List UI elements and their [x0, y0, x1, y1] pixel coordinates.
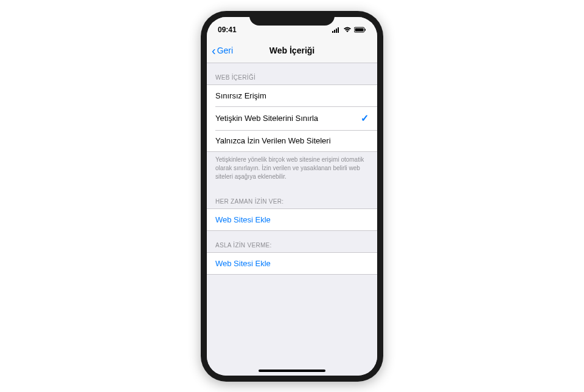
cellular-signal-icon: [332, 24, 341, 35]
svg-rect-3: [338, 27, 339, 33]
home-indicator[interactable]: [259, 370, 325, 372]
checkmark-icon: ✓: [361, 112, 369, 124]
settings-content[interactable]: WEB İÇERİĞİ Sınırsız Erişim Yetişkin Web…: [207, 63, 377, 376]
option-unlimited-access[interactable]: Sınırsız Erişim: [207, 85, 377, 106]
phone-screen: 09:41 ‹ Geri Web İçeriği WEB İÇERİ: [207, 17, 377, 376]
back-label: Geri: [217, 46, 233, 55]
svg-rect-0: [332, 31, 333, 33]
svg-rect-6: [365, 29, 366, 30]
phone-device-frame: 09:41 ‹ Geri Web İçeriği WEB İÇERİ: [201, 11, 383, 382]
option-label: Yalnızca İzin Verilen Web Siteleri: [215, 136, 331, 145]
add-website-label: Web Sitesi Ekle: [215, 259, 271, 268]
web-content-options-group: Sınırsız Erişim Yetişkin Web Sitelerini …: [207, 84, 377, 152]
always-allow-group: Web Sitesi Ekle: [207, 208, 377, 231]
navigation-bar: ‹ Geri Web İçeriği: [207, 39, 377, 63]
status-icons: [332, 21, 366, 35]
add-website-never-allow[interactable]: Web Sitesi Ekle: [207, 253, 377, 274]
svg-rect-2: [336, 29, 337, 33]
never-allow-group: Web Sitesi Ekle: [207, 252, 377, 275]
option-allowed-websites-only[interactable]: Yalnızca İzin Verilen Web Siteleri: [207, 130, 377, 151]
battery-icon: [354, 24, 366, 35]
svg-rect-5: [355, 28, 364, 31]
status-time: 09:41: [218, 22, 237, 34]
option-limit-adult-websites[interactable]: Yetişkin Web Sitelerini Sınırla ✓: [207, 106, 377, 130]
section-footer-web-content: Yetişkinlere yönelik birçok web sitesine…: [207, 152, 377, 187]
option-label: Yetişkin Web Sitelerini Sınırla: [215, 114, 318, 123]
phone-notch: [249, 11, 335, 26]
wifi-icon: [343, 24, 352, 35]
svg-rect-1: [334, 30, 335, 33]
add-website-always-allow[interactable]: Web Sitesi Ekle: [207, 209, 377, 230]
page-title: Web İçeriği: [269, 46, 315, 55]
chevron-left-icon: ‹: [212, 44, 216, 57]
section-header-always-allow: HER ZAMAN İZİN VER:: [207, 187, 377, 208]
section-header-web-content: WEB İÇERİĞİ: [207, 63, 377, 84]
section-header-never-allow: ASLA İZİN VERME:: [207, 231, 377, 252]
back-button[interactable]: ‹ Geri: [212, 44, 233, 57]
add-website-label: Web Sitesi Ekle: [215, 215, 271, 224]
option-label: Sınırsız Erişim: [215, 91, 266, 100]
